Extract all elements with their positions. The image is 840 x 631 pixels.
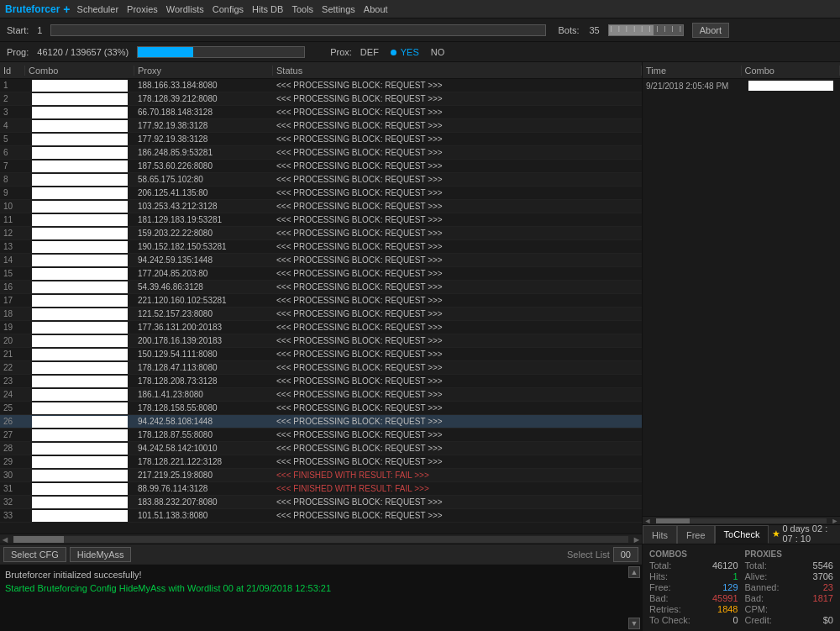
- cell-id: 12: [0, 229, 25, 238]
- hscroll-thumb[interactable]: [13, 536, 64, 543]
- menu-item-settings[interactable]: Settings: [322, 4, 355, 14]
- hscroll-right-btn[interactable]: ►: [632, 534, 642, 544]
- cell-combo: [25, 106, 134, 119]
- hits-val: 1: [732, 571, 738, 581]
- table-row[interactable]: 29 178.128.221.122:3128 <<< PROCESSING B…: [0, 455, 642, 469]
- table-row[interactable]: 27 178.128.87.55:8080 <<< PROCESSING BLO…: [0, 429, 642, 442]
- prox-option-yes[interactable]: YES: [401, 47, 419, 57]
- table-row[interactable]: 28 94.242.58.142:10010 <<< PROCESSING BL…: [0, 442, 642, 455]
- table-row[interactable]: 1 188.166.33.184:8080 <<< PROCESSING BLO…: [0, 79, 642, 92]
- total-combos-val: 46120: [712, 560, 738, 571]
- table-row[interactable]: 2 178.128.39.212:8080 <<< PROCESSING BLO…: [0, 92, 642, 106]
- cell-combo: [25, 213, 134, 227]
- hscroll-track: [13, 536, 628, 543]
- table-row[interactable]: 32 183.88.232.207:8080 <<< PROCESSING BL…: [0, 496, 642, 509]
- cell-combo: [25, 119, 134, 133]
- hits-combo-white-box: [748, 81, 834, 91]
- table-row[interactable]: 15 177.204.85.203:80 <<< PROCESSING BLOC…: [0, 267, 642, 281]
- table-row[interactable]: 24 186.1.41.23:8080 <<< PROCESSING BLOCK…: [0, 388, 642, 402]
- cell-id: 30: [0, 471, 25, 480]
- cell-proxy: 54.39.46.86:3128: [134, 282, 273, 292]
- cell-proxy: 178.128.47.113:8080: [134, 363, 273, 372]
- stat-free: Free: 129: [649, 582, 738, 592]
- table-row[interactable]: 18 121.52.157.23:8080 <<< PROCESSING BLO…: [0, 308, 642, 321]
- cell-status: <<< PROCESSING BLOCK: REQUEST >>>: [273, 202, 642, 211]
- table-row[interactable]: 10 103.253.43.212:3128 <<< PROCESSING BL…: [0, 200, 642, 213]
- menu-item-about[interactable]: About: [364, 4, 388, 14]
- table-row[interactable]: 33 101.51.138.3:8080 <<< PROCESSING BLOC…: [0, 509, 642, 523]
- tab-free[interactable]: Free: [677, 525, 715, 544]
- tabs-bar: Hits Free ToCheck ★ 0 days 02 : 07 : 10: [643, 524, 840, 544]
- table-row[interactable]: 23 178.128.208.73:3128 <<< PROCESSING BL…: [0, 375, 642, 388]
- cell-id: 11: [0, 215, 25, 224]
- tab-hits[interactable]: Hits: [643, 525, 677, 544]
- menu-item-scheduler[interactable]: Scheduler: [77, 4, 119, 14]
- cell-combo: [25, 442, 134, 455]
- cell-combo: [25, 200, 134, 213]
- menu-item-configs[interactable]: Configs: [213, 4, 244, 14]
- prox-option-def[interactable]: DEF: [360, 47, 379, 57]
- log-scroll-up-btn[interactable]: ▲: [628, 566, 640, 578]
- table-row[interactable]: 5 177.92.19.38:3128 <<< PROCESSING BLOCK…: [0, 133, 642, 146]
- table-row[interactable]: 11 181.129.183.19:53281 <<< PROCESSING B…: [0, 213, 642, 227]
- table-row[interactable]: 7 187.53.60.226:8080 <<< PROCESSING BLOC…: [0, 160, 642, 173]
- cell-status: <<< PROCESSING BLOCK: REQUEST >>>: [273, 255, 642, 265]
- free-label: Free:: [649, 582, 671, 592]
- table-row[interactable]: 25 178.128.158.55:8080 <<< PROCESSING BL…: [0, 402, 642, 415]
- table-row[interactable]: 12 159.203.22.22:8080 <<< PROCESSING BLO…: [0, 227, 642, 240]
- menu-item-wordlists[interactable]: Wordlists: [166, 4, 204, 14]
- cell-id: 7: [0, 161, 25, 171]
- cell-status: <<< PROCESSING BLOCK: REQUEST >>>: [273, 376, 642, 386]
- table-row[interactable]: 31 88.99.76.114:3128 <<< FINISHED WITH R…: [0, 482, 642, 496]
- cell-proxy: 183.88.232.207:8080: [134, 497, 273, 507]
- hits-label: Hits:: [649, 571, 668, 581]
- cell-status: <<< PROCESSING BLOCK: REQUEST >>>: [273, 134, 642, 144]
- table-row[interactable]: 14 94.242.59.135:1448 <<< PROCESSING BLO…: [0, 254, 642, 267]
- abort-button[interactable]: Abort: [692, 23, 729, 38]
- cell-id: 25: [0, 403, 25, 413]
- table-row[interactable]: 30 217.219.25.19:8080 <<< FINISHED WITH …: [0, 469, 642, 482]
- star-tab[interactable]: ★ 0 days 02 : 07 : 10: [772, 523, 840, 544]
- col-header-proxy: Proxy: [134, 66, 273, 76]
- table-row[interactable]: 16 54.39.46.86:3128 <<< PROCESSING BLOCK…: [0, 281, 642, 294]
- tab-tocheck[interactable]: ToCheck: [715, 525, 769, 544]
- table-row[interactable]: 26 94.242.58.108:1448 <<< PROCESSING BLO…: [0, 415, 642, 429]
- menu-item-hitsdb[interactable]: Hits DB: [252, 4, 283, 14]
- table-row[interactable]: 4 177.92.19.38:3128 <<< PROCESSING BLOCK…: [0, 119, 642, 133]
- log-scroll-down-btn[interactable]: ▼: [628, 618, 640, 629]
- table-row[interactable]: 17 221.120.160.102:53281 <<< PROCESSING …: [0, 294, 642, 308]
- table-row[interactable]: 20 200.178.16.139:20183 <<< PROCESSING B…: [0, 334, 642, 348]
- bots-slider[interactable]: | | | | | | | | | |: [608, 24, 684, 36]
- table-row[interactable]: 6 186.248.85.9:53281 <<< PROCESSING BLOC…: [0, 146, 642, 160]
- table-hscroll[interactable]: ◄ ►: [0, 534, 642, 544]
- prog-value: 46120 / 139657 (33%): [37, 47, 129, 57]
- log-lines: Bruteforcer initialized succesfully!Star…: [5, 568, 637, 595]
- prox-option-no[interactable]: NO: [431, 47, 445, 57]
- hits-hscroll-thumb[interactable]: [656, 518, 690, 523]
- table-body: 1 188.166.33.184:8080 <<< PROCESSING BLO…: [0, 79, 642, 534]
- cfg-button[interactable]: HideMyAss: [70, 547, 132, 562]
- stat-bad: Bad: 45991: [649, 593, 738, 603]
- banned-label: Banned:: [745, 582, 780, 592]
- hits-header: Time Combo: [643, 62, 840, 79]
- menu-item-proxies[interactable]: Proxies: [127, 4, 158, 14]
- cell-combo: [25, 254, 134, 267]
- table-row[interactable]: 22 178.128.47.113:8080 <<< PROCESSING BL…: [0, 361, 642, 375]
- hscroll-left-btn[interactable]: ◄: [0, 534, 10, 544]
- cell-combo: [25, 267, 134, 281]
- hits-hscroll-left[interactable]: ◄: [643, 517, 653, 525]
- cell-id: 26: [0, 417, 25, 426]
- table-row[interactable]: 19 177.36.131.200:20183 <<< PROCESSING B…: [0, 321, 642, 334]
- table-row[interactable]: 9 206.125.41.135:80 <<< PROCESSING BLOCK…: [0, 187, 642, 200]
- cell-combo: [25, 402, 134, 415]
- table-row[interactable]: 3 66.70.188.148:3128 <<< PROCESSING BLOC…: [0, 106, 642, 119]
- cell-proxy: 178.128.208.73:3128: [134, 376, 273, 386]
- table-row[interactable]: 21 150.129.54.111:8080 <<< PROCESSING BL…: [0, 348, 642, 361]
- retries-val: 1848: [717, 604, 738, 614]
- table-row[interactable]: 13 190.152.182.150:53281 <<< PROCESSING …: [0, 240, 642, 254]
- menu-item-tools[interactable]: Tools: [291, 4, 313, 14]
- list-button[interactable]: 00: [613, 547, 638, 562]
- table-row[interactable]: 8 58.65.175.102:80 <<< PROCESSING BLOCK:…: [0, 173, 642, 187]
- cell-status: <<< PROCESSING BLOCK: REQUEST >>>: [273, 161, 642, 171]
- cell-proxy: 221.120.160.102:53281: [134, 296, 273, 305]
